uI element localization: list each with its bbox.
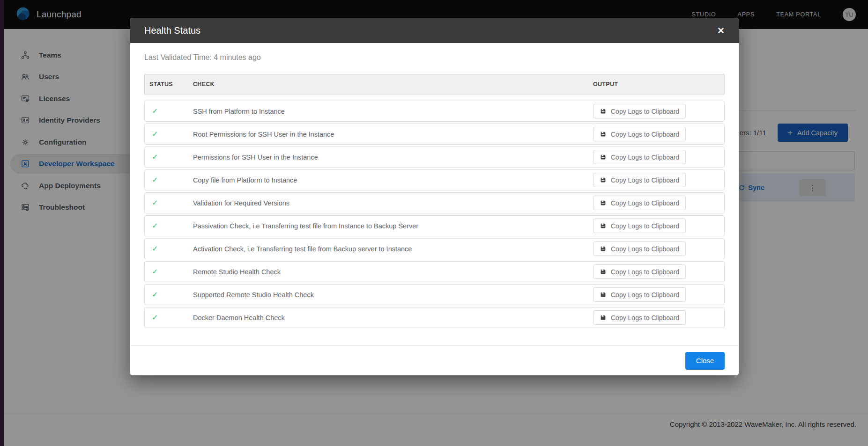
check-name: SSH from Platform to Instance [193,108,593,115]
health-check-row: ✓Copy file from Platform to InstanceCopy… [144,169,725,190]
copy-logs-button[interactable]: Copy Logs to Clipboard [593,241,686,256]
column-output: OUTPUT [593,81,724,88]
copy-logs-label: Copy Logs to Clipboard [611,222,679,230]
save-icon [600,245,607,252]
copy-logs-button[interactable]: Copy Logs to Clipboard [593,264,686,279]
copy-logs-button[interactable]: Copy Logs to Clipboard [593,104,686,118]
copy-logs-button[interactable]: Copy Logs to Clipboard [593,219,686,233]
modal-title: Health Status [144,25,200,36]
save-icon [600,268,607,275]
status-check-icon: ✓ [149,313,193,322]
status-check-icon: ✓ [149,290,193,299]
status-check-icon: ✓ [149,130,193,139]
health-check-row: ✓Validation for Required VersionsCopy Lo… [144,192,725,213]
health-check-row: ✓Activation Check, i.e Transferring test… [144,238,725,259]
copy-logs-button[interactable]: Copy Logs to Clipboard [593,173,686,187]
check-name: Copy file from Platform to Instance [193,176,593,184]
copy-logs-label: Copy Logs to Clipboard [611,268,679,276]
save-icon [600,291,607,298]
status-check-icon: ✓ [149,107,193,116]
copy-logs-label: Copy Logs to Clipboard [611,291,679,299]
health-check-row: ✓SSH from Platform to InstanceCopy Logs … [144,101,725,122]
copy-logs-label: Copy Logs to Clipboard [611,108,679,115]
health-check-row: ✓Supported Remote Studio Health CheckCop… [144,284,725,305]
save-icon [600,199,607,206]
copy-logs-label: Copy Logs to Clipboard [611,131,679,138]
check-name: Docker Daemon Health Check [193,314,593,322]
status-check-icon: ✓ [149,153,193,161]
save-icon [600,314,607,321]
copy-logs-label: Copy Logs to Clipboard [611,245,679,253]
status-check-icon: ✓ [149,267,193,276]
close-icon[interactable]: ✕ [717,26,725,35]
status-check-icon: ✓ [149,175,193,184]
last-validated-time: Last Validated Time: 4 minutes ago [144,53,725,62]
status-check-icon: ✓ [149,221,193,230]
check-name: Passivation Check, i.e Transferring test… [193,222,593,230]
health-checks-table: STATUS CHECK OUTPUT ✓SSH from Platform t… [144,74,725,328]
save-icon [600,222,607,229]
status-check-icon: ✓ [149,198,193,207]
check-name: Activation Check, i.e Transferring test … [193,245,593,253]
check-name: Root Permissions for SSH User in the Ins… [193,131,593,138]
column-status: STATUS [149,81,193,88]
status-check-icon: ✓ [149,244,193,253]
health-check-row: ✓Permissions for SSH User in the Instanc… [144,146,725,168]
copy-logs-button[interactable]: Copy Logs to Clipboard [593,287,686,302]
copy-logs-label: Copy Logs to Clipboard [611,314,679,322]
health-check-row: ✓Root Permissions for SSH User in the In… [144,124,725,145]
column-check: CHECK [193,81,593,88]
copy-logs-button[interactable]: Copy Logs to Clipboard [593,196,686,210]
modal-body: Last Validated Time: 4 minutes ago STATU… [130,53,739,328]
check-name: Supported Remote Studio Health Check [193,291,593,299]
check-name: Permissions for SSH User in the Instance [193,154,593,161]
health-check-row: ✓Remote Studio Health CheckCopy Logs to … [144,261,725,282]
copy-logs-label: Copy Logs to Clipboard [611,154,679,161]
health-check-row: ✓Passivation Check, i.e Transferring tes… [144,215,725,236]
check-name: Validation for Required Versions [193,199,593,207]
copy-logs-button[interactable]: Copy Logs to Clipboard [593,127,686,141]
health-status-modal: Health Status ✕ Last Validated Time: 4 m… [130,18,739,375]
copy-logs-button[interactable]: Copy Logs to Clipboard [593,310,686,325]
modal-footer: Close [130,345,739,375]
save-icon [600,108,607,115]
health-check-row: ✓Docker Daemon Health CheckCopy Logs to … [144,307,725,328]
modal-header: Health Status ✕ [130,18,739,43]
copy-logs-label: Copy Logs to Clipboard [611,176,679,184]
save-icon [600,154,607,161]
close-button[interactable]: Close [685,352,725,370]
save-icon [600,131,607,138]
check-name: Remote Studio Health Check [193,268,593,276]
save-icon [600,176,607,183]
copy-logs-label: Copy Logs to Clipboard [611,199,679,207]
table-header: STATUS CHECK OUTPUT [144,74,725,95]
screen: Launchpad STUDIOAPPSTEAM PORTAL TU Teams… [0,0,868,446]
copy-logs-button[interactable]: Copy Logs to Clipboard [593,150,686,164]
